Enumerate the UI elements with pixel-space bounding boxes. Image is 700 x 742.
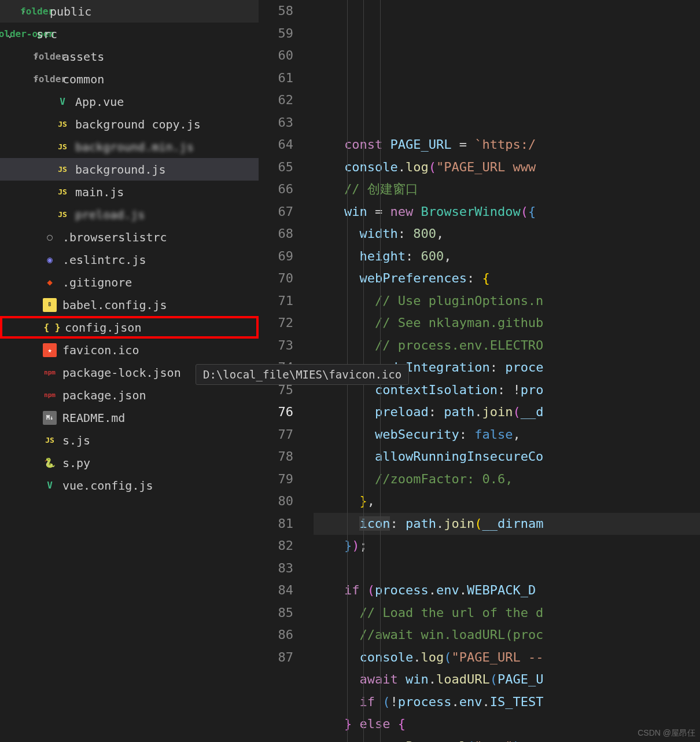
file-item-readme-md[interactable]: M↓README.md bbox=[0, 406, 259, 429]
line-number: 58 bbox=[259, 0, 293, 23]
line-number: 64 bbox=[259, 134, 293, 156]
file-icon: JS bbox=[56, 163, 69, 177]
file-item-vue-config-js[interactable]: Vvue.config.js bbox=[0, 474, 259, 497]
line-number: 71 bbox=[259, 290, 293, 313]
code-line[interactable] bbox=[314, 557, 700, 580]
file-icon: folder bbox=[43, 50, 57, 64]
line-number: 76 bbox=[259, 401, 293, 424]
file-icon: B bbox=[43, 298, 57, 312]
code-line[interactable]: allowRunningInsecureCo bbox=[314, 446, 700, 468]
code-line[interactable]: // Load the url of the d bbox=[314, 602, 700, 625]
code-line[interactable]: console.log("PAGE_URL www bbox=[314, 156, 700, 179]
line-number: 85 bbox=[259, 602, 293, 625]
line-number: 84 bbox=[259, 579, 293, 602]
code-line[interactable]: }); bbox=[314, 535, 700, 557]
line-number: 73 bbox=[259, 335, 293, 357]
code-line[interactable] bbox=[314, 112, 700, 134]
file-item-babel-config-js[interactable]: Bbabel.config.js bbox=[0, 293, 259, 316]
line-number: 78 bbox=[259, 446, 293, 468]
file-icon: 🐍 bbox=[43, 456, 57, 470]
file-label: main.js bbox=[75, 185, 124, 199]
code-line[interactable]: preload: path.join(__d bbox=[314, 401, 700, 424]
file-item-public[interactable]: ›folderpublic bbox=[0, 0, 259, 23]
code-line[interactable]: if (process.env.WEBPACK_D bbox=[314, 579, 700, 602]
file-label: favicon.ico bbox=[62, 343, 139, 357]
watermark: CSDN @屋昂仼 bbox=[638, 728, 695, 739]
file-icon: ◉ bbox=[43, 253, 57, 267]
file-label: common bbox=[62, 72, 104, 86]
code-line[interactable]: // See nklayman.github bbox=[314, 312, 700, 335]
line-number: 60 bbox=[259, 45, 293, 67]
file-label: package-lock.json bbox=[62, 366, 181, 380]
file-item-s-py[interactable]: 🐍s.py bbox=[0, 451, 259, 474]
file-label: README.md bbox=[62, 411, 125, 425]
file-icon: npm bbox=[43, 366, 57, 380]
line-number: 67 bbox=[259, 201, 293, 223]
file-label: src bbox=[36, 27, 57, 41]
code-line[interactable]: // 创建窗口 bbox=[314, 178, 700, 201]
file-item-app-vue[interactable]: VApp.vue bbox=[0, 90, 259, 113]
line-number: 68 bbox=[259, 223, 293, 245]
line-number: 62 bbox=[259, 89, 293, 112]
path-tooltip: D:\local_file\MIES\favicon.ico bbox=[196, 364, 409, 385]
file-icon: JS bbox=[56, 185, 69, 199]
line-number: 81 bbox=[259, 513, 293, 535]
code-line[interactable]: win = new BrowserWindow({ bbox=[314, 201, 700, 223]
file-item-assets[interactable]: ›folderassets bbox=[0, 45, 259, 68]
code-line[interactable]: //zoomFactor: 0.6, bbox=[314, 468, 700, 491]
code-line[interactable]: const PAGE_URL = `https:/ bbox=[314, 134, 700, 156]
file-item-favicon-ico[interactable]: ★favicon.ico bbox=[0, 339, 259, 361]
code-line[interactable]: if (!process.env.IS_TEST bbox=[314, 691, 700, 714]
file-icon: V bbox=[43, 479, 57, 493]
file-icon: folder bbox=[30, 5, 44, 19]
file-item-package-json[interactable]: npmpackage.json bbox=[0, 384, 259, 406]
file-item--gitignore[interactable]: ◆.gitignore bbox=[0, 271, 259, 293]
line-number: 59 bbox=[259, 23, 293, 45]
file-icon: JS bbox=[43, 434, 57, 447]
file-item-background-copy-js[interactable]: JSbackground copy.js bbox=[0, 113, 259, 135]
file-item-src[interactable]: ⌄folder-opensrc bbox=[0, 23, 259, 45]
line-number: 86 bbox=[259, 624, 293, 647]
code-line[interactable]: height: 600, bbox=[314, 245, 700, 268]
file-item--browserslistrc[interactable]: ◯.browserslistrc bbox=[0, 226, 259, 248]
line-number: 61 bbox=[259, 67, 293, 90]
file-label: config.json bbox=[65, 321, 141, 335]
file-icon: V bbox=[56, 95, 69, 109]
file-item-preload-js[interactable]: JSpreload.js bbox=[0, 203, 259, 226]
file-item-common[interactable]: ›foldercommon bbox=[0, 68, 259, 90]
file-icon: M↓ bbox=[43, 411, 57, 425]
file-item-s-js[interactable]: JSs.js bbox=[0, 429, 259, 451]
code-line[interactable]: width: 800, bbox=[314, 223, 700, 245]
file-label: .gitignore bbox=[62, 276, 132, 289]
code-line[interactable]: // Use pluginOptions.n bbox=[314, 290, 700, 313]
file-item-main-js[interactable]: JSmain.js bbox=[0, 181, 259, 203]
file-icon: npm bbox=[43, 388, 57, 402]
file-icon: ◯ bbox=[43, 230, 57, 244]
code-line[interactable]: webSecurity: false, bbox=[314, 424, 700, 446]
line-number: 80 bbox=[259, 490, 293, 513]
code-line[interactable]: // process.env.ELECTRO bbox=[314, 335, 700, 357]
file-icon: JS bbox=[56, 208, 69, 222]
code-line[interactable]: console.log("PAGE_URL -- bbox=[314, 647, 700, 669]
file-label: .browserslistrc bbox=[62, 230, 167, 244]
file-item--eslintrc-js[interactable]: ◉.eslintrc.js bbox=[0, 248, 259, 271]
code-line[interactable]: await win.loadURL(PAGE_U bbox=[314, 668, 700, 691]
file-icon: JS bbox=[56, 117, 69, 131]
code-line[interactable]: icon: path.join(__dirnam bbox=[314, 513, 700, 535]
code-line[interactable]: webPreferences: { bbox=[314, 267, 700, 290]
file-label: vue.config.js bbox=[62, 479, 153, 493]
line-number: 69 bbox=[259, 245, 293, 268]
code-line[interactable]: //await win.loadURL(proc bbox=[314, 624, 700, 647]
line-number: 65 bbox=[259, 156, 293, 179]
line-number: 70 bbox=[259, 267, 293, 290]
file-label: background.min.js bbox=[75, 140, 194, 154]
file-icon: folder bbox=[43, 72, 57, 86]
file-label: background copy.js bbox=[75, 117, 201, 131]
file-label: assets bbox=[62, 50, 104, 64]
file-label: babel.config.js bbox=[62, 298, 167, 312]
line-number: 77 bbox=[259, 424, 293, 446]
file-item-background-min-js[interactable]: JSbackground.min.js bbox=[0, 135, 259, 158]
file-item-config-json[interactable]: { }config.json bbox=[0, 316, 259, 339]
file-item-background-js[interactable]: JSbackground.js bbox=[0, 158, 259, 181]
code-line[interactable]: }, bbox=[314, 490, 700, 513]
